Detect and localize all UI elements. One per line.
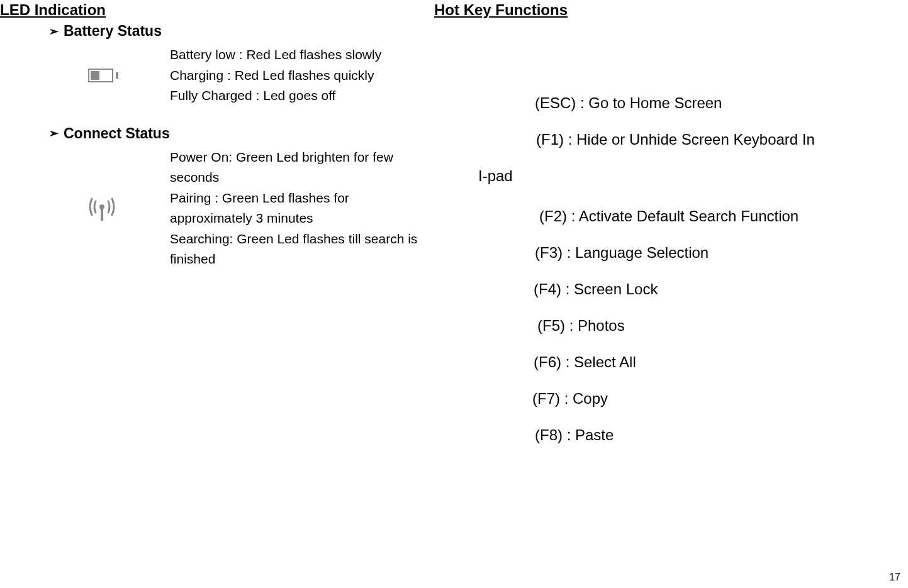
left-column: LED Indication ➢ Battery Status Battery … [0,0,434,463]
led-indication-heading: LED Indication [0,1,434,19]
wireless-icon-col [88,147,170,270]
hotkey-f3: (F3) : Language Selection [535,244,908,262]
connect-status-row: ➢ Connect Status [49,125,434,142]
right-column: Hot Key Functions (ESC) : Go to Home Scr… [434,0,908,463]
hotkey-f5: (F5) : Photos [537,317,908,335]
hotkey-f4: (F4) : Screen Lock [534,280,908,298]
connect-status-block: Power On: Green Led brighten for few sec… [88,147,434,270]
hotkey-functions-heading: Hot Key Functions [434,1,908,19]
document-page: LED Indication ➢ Battery Status Battery … [0,0,908,463]
battery-text-col: Battery low : Red Led flashes slowly Cha… [170,45,434,106]
hotkey-ipad: I-pad [478,167,908,185]
connect-line-2: Pairing : Green Led flashes for approxim… [170,188,434,229]
svg-rect-1 [101,208,103,221]
battery-line-3: Fully Charged : Led goes off [170,86,434,106]
connect-line-3: Searching: Green Led flashes till search… [170,229,434,270]
battery-status-row: ➢ Battery Status [49,23,434,40]
hotkey-esc: (ESC) : Go to Home Screen [535,94,908,112]
battery-icon-col [88,45,170,106]
page-number: 17 [889,572,900,583]
battery-line-2: Charging : Red Led flashes quickly [170,65,434,86]
hotkey-f8: (F8) : Paste [535,426,908,444]
hotkey-f1: (F1) : Hide or Unhide Screen Keyboard In [536,131,908,148]
hotkey-f2: (F2) : Activate Default Search Function [539,208,908,225]
connect-text-col: Power On: Green Led brighten for few sec… [170,147,434,270]
chevron-icon: ➢ [49,126,59,140]
battery-status-block: Battery low : Red Led flashes slowly Cha… [88,45,434,106]
battery-low-icon [88,69,116,82]
hotkey-f6: (F6) : Select All [534,353,908,371]
connect-status-heading: Connect Status [64,125,170,142]
wireless-signal-icon [88,191,116,225]
hotkey-f7: (F7) : Copy [532,390,908,408]
battery-status-heading: Battery Status [64,23,162,40]
battery-line-1: Battery low : Red Led flashes slowly [170,45,434,65]
connect-line-1: Power On: Green Led brighten for few sec… [170,147,434,188]
chevron-icon: ➢ [49,25,59,38]
